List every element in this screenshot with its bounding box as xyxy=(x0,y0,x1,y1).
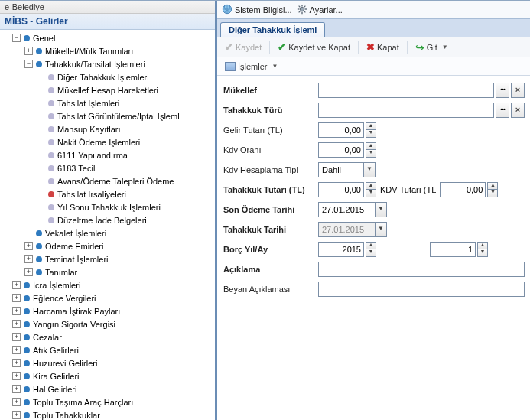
borc-yil-input[interactable] xyxy=(318,242,364,257)
tree-leaf[interactable]: Mükellef Hesap Hareketleri xyxy=(37,83,215,96)
islemler-button[interactable]: İşlemler ▼ xyxy=(222,60,281,73)
bullet-icon xyxy=(48,178,54,184)
collapse-icon[interactable]: − xyxy=(12,34,21,42)
bullet-icon xyxy=(48,152,54,158)
expand-icon[interactable]: + xyxy=(12,333,21,341)
tree-node[interactable]: +Huzurevi Gelirleri xyxy=(12,357,215,370)
expand-icon[interactable]: + xyxy=(12,281,21,289)
aciklama-input[interactable] xyxy=(318,262,525,277)
clear-button[interactable]: × xyxy=(511,103,525,118)
kdv-orani-label: Kdv Oranı xyxy=(222,145,318,155)
tree-node[interactable]: +Hal Gelirleri xyxy=(12,383,215,396)
tree-node[interactable]: +Atık Gelirleri xyxy=(12,343,215,357)
tree-leaf[interactable]: Diğer Tahakkuk İşlemleri xyxy=(37,70,215,83)
tree-leaf[interactable]: Avans/Ödeme Talepleri Ödeme xyxy=(37,174,215,187)
spin-down[interactable]: ▼ xyxy=(477,249,488,257)
expand-icon[interactable]: + xyxy=(12,398,21,406)
tree-node[interactable]: +Cezalar xyxy=(12,330,215,343)
tree-node[interactable]: +Toplu Tahakkuklar xyxy=(12,409,215,420)
tree-leaf[interactable]: Mahsup Kayıtları xyxy=(37,122,215,135)
tree-leaf[interactable]: 6111 Yapılandırma xyxy=(37,148,215,161)
tree-node[interactable]: +Harcama İştirak Payları xyxy=(12,304,215,317)
tree-leaf[interactable]: Tahsilat Görüntüleme/İptal İşleml xyxy=(37,109,215,122)
sistem-bilgisi-button[interactable]: Sistem Bilgisi... xyxy=(222,4,292,16)
bullet-icon xyxy=(48,113,54,119)
tree-node-tahakkuk[interactable]: −Tahakkuk/Tahsilat İşlemleri xyxy=(24,57,215,70)
tahakkuk-turu-input[interactable] xyxy=(318,103,494,118)
borc-yil-ay-label: Borç Yıl/Ay xyxy=(222,245,318,254)
beyan-aciklama-input[interactable] xyxy=(318,282,525,297)
gelir-tutari-input[interactable] xyxy=(318,122,364,138)
bullet-icon xyxy=(36,243,42,249)
spin-down[interactable]: ▼ xyxy=(366,130,376,138)
expand-icon[interactable]: + xyxy=(24,242,33,250)
tree-leaf[interactable]: Yıl Sonu Tahakkuk İşlemleri xyxy=(37,200,215,213)
clear-button[interactable]: × xyxy=(511,83,525,98)
mukellef-input[interactable] xyxy=(318,83,494,98)
bullet-icon xyxy=(24,373,30,379)
tree-leaf[interactable]: Düzeltme İade Belgeleri xyxy=(37,213,215,226)
expand-icon[interactable]: + xyxy=(12,359,21,367)
app-title: e-Belediye xyxy=(0,1,215,14)
chevron-down-icon: ▼ xyxy=(375,223,386,236)
picture-icon xyxy=(225,62,236,71)
bullet-icon xyxy=(24,347,30,353)
chevron-down-icon: ▼ xyxy=(272,63,278,70)
expand-icon[interactable]: + xyxy=(24,47,33,55)
ayarlar-button[interactable]: Ayarlar... xyxy=(297,4,343,16)
kaydet-button[interactable]: ✔Kaydet xyxy=(222,40,265,54)
tree-node-teminat[interactable]: +Teminat İşlemleri xyxy=(24,252,215,265)
expand-icon[interactable]: + xyxy=(24,268,33,276)
tree-node[interactable]: +Toplu Taşıma Araç Harçları xyxy=(12,396,215,409)
tree-leaf[interactable]: Tahsilat İşlemleri xyxy=(37,96,215,109)
left-panel: e-Belediye MİBS - Gelirler − Genel +Müke… xyxy=(0,1,217,420)
top-toolbar: Sistem Bilgisi... Ayarlar... xyxy=(217,1,530,19)
kdv-hesap-label: Kdv Hesaplama Tipi xyxy=(222,165,318,174)
tree-node-vekalet[interactable]: Vekalet İşlemleri xyxy=(24,226,215,239)
chevron-down-icon[interactable]: ▼ xyxy=(375,203,386,217)
bullet-icon xyxy=(36,61,42,67)
kdv-orani-input[interactable] xyxy=(318,142,364,158)
lookup-button[interactable]: ••• xyxy=(496,83,509,98)
expand-icon[interactable]: + xyxy=(12,385,21,393)
spin-down[interactable]: ▼ xyxy=(366,150,376,158)
tree-leaf[interactable]: Nakit Ödeme İşlemleri xyxy=(37,135,215,148)
kapat-button[interactable]: ✖Kapat xyxy=(363,40,402,54)
tree-node[interactable]: +Yangın Sigorta Vergisi xyxy=(12,317,215,330)
tree-leaf[interactable]: Tahsilat İrsaliyeleri xyxy=(37,187,215,200)
bullet-icon xyxy=(48,74,54,80)
tahakkuk-tutari-input xyxy=(318,182,364,197)
tree-node[interactable]: +İcra İşlemleri xyxy=(12,278,215,291)
lookup-button[interactable]: ••• xyxy=(496,103,509,118)
spin-down[interactable]: ▼ xyxy=(487,190,498,197)
tab-diger-tahakkuk[interactable]: Diğer Tahakkuk İşlemi xyxy=(220,22,325,37)
expand-icon[interactable]: + xyxy=(12,411,21,419)
chevron-down-icon[interactable]: ▼ xyxy=(363,163,375,177)
kaydet-kapat-button[interactable]: ✔Kaydet ve Kapat xyxy=(275,40,353,54)
tree-node-mukellef[interactable]: +Mükellef/Mülk Tanımları xyxy=(24,44,215,57)
borc-ay-input[interactable] xyxy=(430,242,476,257)
spin-down[interactable]: ▼ xyxy=(366,190,376,197)
tree-node[interactable]: +Eğlence Vergileri xyxy=(12,291,215,304)
bullet-icon xyxy=(24,334,30,340)
tree-node-tanimlar[interactable]: +Tanımlar xyxy=(24,265,215,278)
tree-node[interactable]: +Kira Gelirleri xyxy=(12,370,215,383)
bullet-icon xyxy=(36,48,42,54)
expand-icon[interactable]: + xyxy=(12,307,21,315)
tree-node-odeme-emirleri[interactable]: +Ödeme Emirleri xyxy=(24,239,215,252)
bullet-icon xyxy=(24,321,30,327)
tree-node-genel[interactable]: − Genel xyxy=(12,31,215,44)
kdv-hesap-select[interactable]: Dahil ▼ xyxy=(318,162,376,177)
expand-icon[interactable]: + xyxy=(24,255,33,263)
git-button[interactable]: ↪Git▼ xyxy=(412,40,451,55)
chevron-down-icon: ▼ xyxy=(442,44,448,50)
spin-down[interactable]: ▼ xyxy=(366,249,376,257)
expand-icon[interactable]: + xyxy=(12,320,21,328)
son-odeme-input[interactable]: 27.01.2015 ▼ xyxy=(318,202,387,217)
tree-leaf[interactable]: 6183 Tecil xyxy=(37,161,215,174)
right-panel: Sistem Bilgisi... Ayarlar... Diğer Tahak… xyxy=(217,1,530,420)
expand-icon[interactable]: + xyxy=(12,372,21,380)
expand-icon[interactable]: + xyxy=(12,346,21,354)
expand-icon[interactable]: + xyxy=(12,294,21,302)
collapse-icon[interactable]: − xyxy=(24,60,33,68)
